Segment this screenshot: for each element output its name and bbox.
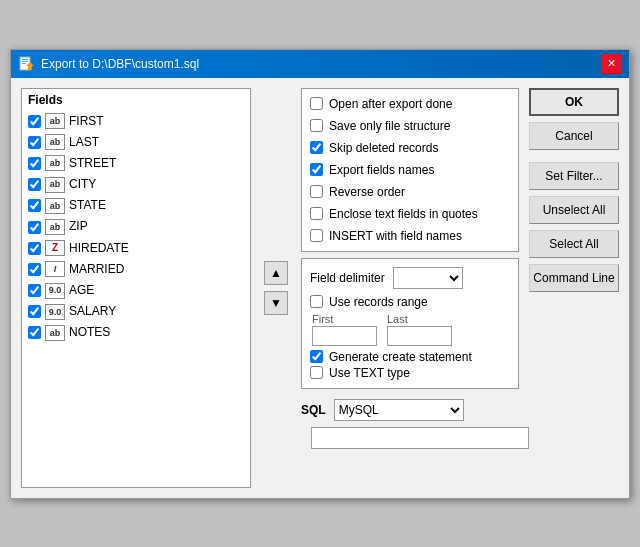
option-row-reverse_order[interactable]: Reverse order: [310, 183, 510, 201]
use-records-range-checkbox[interactable]: [310, 295, 323, 308]
option-checkbox-open_after[interactable]: [310, 97, 323, 110]
option-checkbox-export_fields[interactable]: [310, 163, 323, 176]
svg-rect-1: [22, 59, 28, 60]
option-checkbox-skip_deleted[interactable]: [310, 141, 323, 154]
field-name-label: NOTES: [69, 323, 110, 342]
option-label-reverse_order[interactable]: Reverse order: [329, 183, 405, 201]
use-text-type-checkbox[interactable]: [310, 366, 323, 379]
use-text-type-row[interactable]: Use TEXT type: [310, 366, 510, 380]
field-checkbox-city[interactable]: [28, 178, 41, 191]
field-type-badge: ab: [45, 155, 65, 171]
cancel-button[interactable]: Cancel: [529, 122, 619, 150]
option-checkbox-insert_names[interactable]: [310, 229, 323, 242]
field-name-label: FIRST: [69, 112, 104, 131]
field-type-badge: ab: [45, 113, 65, 129]
field-item[interactable]: abZIP: [26, 216, 246, 237]
export-dialog: Export to D:\DBF\custom1.sql ✕ Fields ab…: [10, 49, 630, 499]
fields-label: Fields: [26, 93, 246, 107]
first-label: First: [312, 313, 377, 325]
option-row-skip_deleted[interactable]: Skip deleted records: [310, 139, 510, 157]
sql-row: SQL MySQLPostgreSQLSQLiteMSSQLOracle: [301, 399, 519, 421]
first-input[interactable]: [312, 326, 377, 346]
field-type-badge: ab: [45, 177, 65, 193]
field-type-badge: ab: [45, 325, 65, 341]
field-checkbox-hiredate[interactable]: [28, 242, 41, 255]
move-down-button[interactable]: ▼: [264, 291, 288, 315]
select-all-button[interactable]: Select All: [529, 230, 619, 258]
field-checkbox-age[interactable]: [28, 284, 41, 297]
command-line-button[interactable]: Command Line: [529, 264, 619, 292]
field-name-label: MARRIED: [69, 260, 124, 279]
field-checkbox-married[interactable]: [28, 263, 41, 276]
option-row-insert_names[interactable]: INSERT with field names: [310, 227, 510, 245]
title-text: Export to D:\DBF\custom1.sql: [41, 57, 199, 71]
svg-rect-3: [22, 63, 26, 64]
option-row-open_after[interactable]: Open after export done: [310, 95, 510, 113]
option-checkbox-save_structure[interactable]: [310, 119, 323, 132]
title-bar: Export to D:\DBF\custom1.sql ✕: [11, 50, 629, 78]
bottom-input-row: [301, 427, 519, 449]
last-range-group: Last: [387, 313, 452, 346]
field-checkbox-zip[interactable]: [28, 221, 41, 234]
right-buttons: OK Cancel Set Filter... Unselect All Sel…: [529, 88, 619, 488]
ok-button[interactable]: OK: [529, 88, 619, 116]
use-records-range-label[interactable]: Use records range: [329, 295, 428, 309]
field-checkbox-first[interactable]: [28, 115, 41, 128]
use-records-range-row[interactable]: Use records range: [310, 295, 510, 309]
generate-create-label[interactable]: Generate create statement: [329, 350, 472, 364]
field-item[interactable]: IMARRIED: [26, 259, 246, 280]
option-label-enclose_text[interactable]: Enclose text fields in quotes: [329, 205, 478, 223]
field-checkbox-notes[interactable]: [28, 326, 41, 339]
option-row-export_fields[interactable]: Export fields names: [310, 161, 510, 179]
delimiter-select[interactable]: ,;TAB|: [393, 267, 463, 289]
field-item[interactable]: abSTATE: [26, 195, 246, 216]
field-name-label: LAST: [69, 133, 99, 152]
option-checkbox-reverse_order[interactable]: [310, 185, 323, 198]
option-checkbox-enclose_text[interactable]: [310, 207, 323, 220]
field-checkbox-last[interactable]: [28, 136, 41, 149]
unselect-all-button[interactable]: Unselect All: [529, 196, 619, 224]
generate-create-checkbox[interactable]: [310, 350, 323, 363]
use-text-type-label[interactable]: Use TEXT type: [329, 366, 410, 380]
delimiter-row: Field delimiter ,;TAB|: [310, 267, 510, 289]
move-up-button[interactable]: ▲: [264, 261, 288, 285]
field-item[interactable]: abLAST: [26, 132, 246, 153]
field-item[interactable]: abCITY: [26, 174, 246, 195]
field-item[interactable]: ZHIREDATE: [26, 238, 246, 259]
field-item[interactable]: abNOTES: [26, 322, 246, 343]
option-label-insert_names[interactable]: INSERT with field names: [329, 227, 462, 245]
export-icon: [19, 56, 35, 72]
field-item[interactable]: 9.0AGE: [26, 280, 246, 301]
field-item[interactable]: abFIRST: [26, 111, 246, 132]
title-bar-left: Export to D:\DBF\custom1.sql: [19, 56, 199, 72]
close-button[interactable]: ✕: [601, 54, 621, 74]
field-name-label: AGE: [69, 281, 94, 300]
fields-panel: Fields abFIRSTabLASTabSTREETabCITYabSTAT…: [21, 88, 251, 488]
sql-command-input[interactable]: [311, 427, 529, 449]
last-input[interactable]: [387, 326, 452, 346]
sql-select[interactable]: MySQLPostgreSQLSQLiteMSSQLOracle: [334, 399, 464, 421]
option-label-skip_deleted[interactable]: Skip deleted records: [329, 139, 438, 157]
field-checkbox-street[interactable]: [28, 157, 41, 170]
option-row-enclose_text[interactable]: Enclose text fields in quotes: [310, 205, 510, 223]
field-name-label: CITY: [69, 175, 96, 194]
field-checkbox-salary[interactable]: [28, 305, 41, 318]
option-label-save_structure[interactable]: Save only file structure: [329, 117, 450, 135]
fields-list: abFIRSTabLASTabSTREETabCITYabSTATEabZIPZ…: [26, 111, 246, 344]
field-type-badge: ab: [45, 134, 65, 150]
center-options: Open after export doneSave only file str…: [301, 88, 519, 488]
option-label-open_after[interactable]: Open after export done: [329, 95, 452, 113]
field-name-label: STATE: [69, 196, 106, 215]
field-item[interactable]: 9.0SALARY: [26, 301, 246, 322]
option-row-save_structure[interactable]: Save only file structure: [310, 117, 510, 135]
option-label-export_fields[interactable]: Export fields names: [329, 161, 434, 179]
generate-create-row[interactable]: Generate create statement: [310, 350, 510, 364]
field-item[interactable]: abSTREET: [26, 153, 246, 174]
set-filter-button[interactable]: Set Filter...: [529, 162, 619, 190]
arrows-panel: ▲ ▼: [261, 88, 291, 488]
field-type-badge: ab: [45, 219, 65, 235]
field-checkbox-state[interactable]: [28, 199, 41, 212]
field-type-badge: ab: [45, 198, 65, 214]
first-range-group: First: [312, 313, 377, 346]
field-type-badge: 9.0: [45, 283, 65, 299]
